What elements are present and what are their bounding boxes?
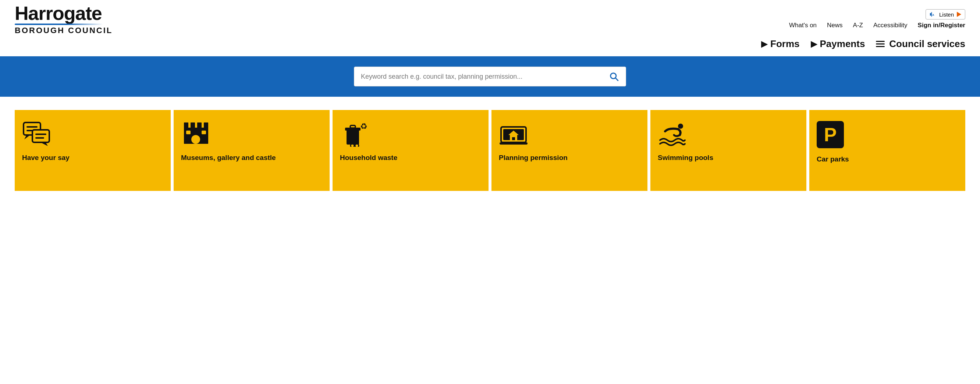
speech-bubbles-icon (22, 121, 51, 147)
tile-car-parks[interactable]: P Car parks (809, 110, 965, 191)
svg-rect-31 (512, 137, 515, 140)
svg-rect-16 (204, 122, 208, 129)
tile-swimming-pools[interactable]: Swimming pools (651, 110, 807, 191)
laptop-house-icon (499, 121, 528, 147)
logo[interactable]: Harrogate BOROUGH COUNCIL (15, 4, 113, 35)
svg-rect-32 (500, 142, 528, 144)
forms-link[interactable]: ▶ Forms (761, 38, 799, 50)
forms-arrow-icon: ▶ (761, 40, 767, 49)
forms-label: Forms (770, 38, 799, 50)
svg-rect-15 (197, 122, 202, 129)
parking-letter: P (824, 125, 837, 144)
header-right: A Listen What's on News A-Z Accessibilit… (789, 9, 965, 29)
swimming-pools-label: Swimming pools (658, 153, 713, 162)
action-bar: ▶ Forms ▶ Payments Council services (0, 35, 980, 56)
nav-sign-in[interactable]: Sign in/Register (918, 22, 965, 29)
svg-rect-0 (930, 13, 931, 16)
tile-planning-permission[interactable]: Planning permission (492, 110, 648, 191)
svg-rect-23 (350, 125, 355, 128)
search-input[interactable] (354, 68, 602, 86)
payments-arrow-icon: ▶ (811, 40, 817, 49)
svg-rect-19 (186, 130, 191, 134)
household-waste-label: Household waste (340, 153, 397, 162)
car-parks-label: Car parks (817, 155, 849, 164)
tile-museums[interactable]: Museums, gallery and castle (173, 110, 329, 191)
museums-label: Museums, gallery and castle (181, 153, 276, 162)
nav-accessibility[interactable]: Accessibility (873, 22, 908, 29)
castle-icon (181, 121, 210, 147)
header: Harrogate BOROUGH COUNCIL A Listen What'… (0, 0, 980, 35)
logo-underline (15, 24, 103, 25)
have-your-say-label: Have your say (22, 153, 70, 162)
svg-rect-1 (931, 12, 932, 17)
payments-link[interactable]: ▶ Payments (811, 38, 865, 50)
svg-line-4 (616, 78, 618, 81)
payments-label: Payments (820, 38, 865, 50)
swimmer-icon (658, 121, 687, 147)
logo-harrogate: Harrogate (15, 4, 113, 23)
svg-rect-9 (32, 130, 49, 142)
search-box (354, 67, 626, 86)
svg-text:A: A (932, 13, 934, 17)
listen-label: Listen (939, 11, 954, 17)
svg-text:♻: ♻ (360, 122, 368, 131)
top-nav: What's on News A-Z Accessibility Sign in… (789, 22, 965, 29)
svg-rect-13 (184, 122, 188, 129)
listen-icon: A (930, 11, 936, 17)
parking-icon: P (817, 121, 844, 148)
menu-icon (876, 41, 885, 47)
tiles-section: Have your say (0, 97, 980, 204)
logo-borough: BOROUGH COUNCIL (15, 27, 113, 35)
search-icon (609, 71, 619, 82)
play-icon (957, 12, 961, 17)
svg-rect-14 (191, 122, 195, 129)
bin-recycle-icon: ♻ (340, 121, 369, 147)
planning-permission-label: Planning permission (499, 153, 568, 162)
svg-point-33 (678, 124, 683, 129)
svg-point-25 (351, 144, 354, 147)
tile-household-waste[interactable]: ♻ Household waste (332, 110, 488, 191)
council-services-label: Council services (889, 38, 965, 50)
nav-news[interactable]: News (827, 22, 843, 29)
council-services-link[interactable]: Council services (876, 38, 965, 50)
nav-az[interactable]: A-Z (853, 22, 863, 29)
listen-button[interactable]: A Listen (926, 9, 965, 19)
tiles-grid: Have your say (15, 110, 965, 191)
svg-rect-20 (202, 130, 206, 134)
search-bar (0, 56, 980, 97)
tile-have-your-say[interactable]: Have your say (15, 110, 171, 191)
nav-whats-on[interactable]: What's on (789, 22, 817, 29)
svg-point-3 (611, 73, 616, 79)
svg-point-26 (355, 144, 359, 147)
svg-rect-18 (191, 135, 200, 144)
svg-rect-21 (347, 130, 359, 144)
search-button[interactable] (602, 67, 626, 86)
